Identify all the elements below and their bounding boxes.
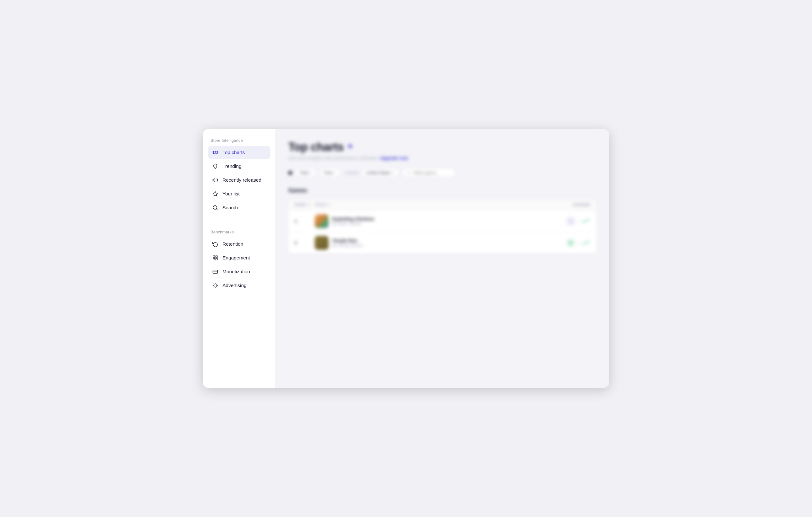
- sort-icon-title: ⇅: [327, 203, 330, 207]
- filter-country-value: United States: [366, 170, 390, 175]
- app-icon-1: [315, 214, 328, 228]
- genre-search-input[interactable]: [413, 170, 451, 175]
- monetization-icon: [212, 268, 219, 275]
- page-title-row: Top charts: [288, 141, 597, 154]
- sidebar-item-trending[interactable]: Trending: [208, 160, 270, 173]
- main-content: Top charts Get more insights with perfor…: [276, 129, 609, 388]
- search-icon: [212, 204, 219, 211]
- sidebar-item-advertising[interactable]: Advertising: [208, 279, 270, 292]
- app-developer-1: By Super Studios: [332, 222, 374, 226]
- recently-released-icon: [212, 177, 219, 183]
- svg-line-4: [216, 209, 217, 209]
- search-small-icon: [407, 171, 411, 175]
- table-row[interactable]: 1 Exploding Chickens By Super Studios → …: [288, 210, 597, 232]
- sidebar-item-label-trending: Trending: [223, 164, 241, 169]
- filter-paid-label: Paid: [300, 170, 308, 175]
- change-value-1: ↑: [578, 219, 580, 224]
- sidebar-item-your-list[interactable]: Your list: [208, 187, 270, 200]
- sidebar-item-recently-released[interactable]: Recently released: [208, 173, 270, 186]
- sidebar-item-label-engagement: Engagement: [223, 255, 250, 261]
- app-name-2: Temple Run: [332, 238, 363, 243]
- table-header: Rank ⇅ Title ⇅ Change: [288, 200, 597, 210]
- app-info-1: Exploding Chickens By Super Studios: [332, 217, 374, 226]
- table-row[interactable]: 2 Temple Run By Imangi Studios ● ↑: [288, 232, 597, 254]
- filter-country[interactable]: United States ▾: [361, 168, 399, 177]
- svg-point-19: [407, 171, 410, 174]
- col-change: Change: [549, 203, 590, 207]
- sidebar-item-label-advertising: Advertising: [223, 283, 246, 288]
- sidebar-item-label-monetization: Monetization: [223, 269, 250, 275]
- row-rank-2: 2: [295, 240, 315, 245]
- sort-icon-rank: ⇅: [308, 203, 311, 207]
- chevron-down-icon-2: ▾: [335, 171, 336, 174]
- chevron-down-icon: ▾: [310, 171, 312, 174]
- your-list-icon: [212, 191, 219, 197]
- app-developer-2: By Imangi Studios: [332, 243, 363, 248]
- sidebar-item-engagement[interactable]: Engagement: [208, 251, 270, 264]
- page-title: Top charts: [288, 141, 344, 154]
- sidebar-item-label-top-charts: Top charts: [223, 150, 245, 155]
- engagement-icon: [212, 254, 219, 261]
- change-badge-1: →: [566, 217, 575, 226]
- row-rank-1: 1: [295, 219, 315, 224]
- row-app-1: Exploding Chickens By Super Studios: [315, 214, 549, 228]
- app-icon-2: [315, 236, 328, 250]
- app-container: Store Intelligence 123 Top charts Trendi…: [203, 129, 609, 388]
- app-name-1: Exploding Chickens: [332, 217, 374, 222]
- svg-rect-6: [216, 256, 218, 257]
- filter-dot: [288, 171, 292, 175]
- sidebar-item-search[interactable]: Search: [208, 201, 270, 214]
- svg-rect-7: [216, 258, 218, 260]
- sidebar-nav-benchmarks: Retention Engagement: [208, 237, 270, 292]
- filter-free-label: Free: [324, 170, 332, 175]
- svg-line-18: [216, 284, 217, 285]
- top-charts-icon: 123: [212, 149, 219, 156]
- change-arrow-icon-1: →: [569, 219, 573, 224]
- sidebar-item-retention[interactable]: Retention: [208, 237, 270, 251]
- sidebar-item-monetization[interactable]: Monetization: [208, 265, 270, 278]
- sparkline-2: [582, 240, 590, 245]
- upgrade-link[interactable]: Upgrade now: [380, 155, 408, 161]
- svg-line-17: [214, 286, 214, 287]
- sidebar-section-label-benchmarks: Benchmarks+: [208, 230, 270, 234]
- sidebar-item-label-your-list: Your list: [223, 191, 240, 197]
- country-label: Country: [345, 171, 358, 175]
- svg-line-20: [409, 173, 410, 174]
- sidebar-item-label-search: Search: [223, 205, 238, 210]
- sidebar-nav-store: 123 Top charts Trending: [208, 146, 270, 214]
- sidebar-section-label-store: Store Intelligence: [208, 138, 270, 143]
- filter-genre-search[interactable]: [402, 168, 456, 177]
- row-app-2: Temple Run By Imangi Studios: [315, 236, 549, 250]
- sparkline-1: [582, 219, 590, 223]
- filters-row: Paid ▾ Free ▾ Country United States ▾: [288, 168, 597, 177]
- page-header: Top charts Get more insights with perfor…: [288, 141, 597, 161]
- sidebar-divider: [208, 224, 270, 225]
- change-arrow-icon-2: ●: [569, 240, 572, 246]
- svg-rect-5: [213, 256, 214, 257]
- filter-free[interactable]: Free ▾: [319, 168, 341, 177]
- filter-paid[interactable]: Paid ▾: [295, 168, 316, 177]
- retention-icon: [212, 240, 219, 248]
- row-change-2: ● ↑: [549, 238, 590, 247]
- svg-marker-0: [213, 178, 215, 182]
- title-icon: [347, 143, 354, 151]
- chevron-down-icon-3: ▾: [393, 171, 394, 174]
- svg-line-13: [214, 284, 214, 285]
- games-section-label: Games: [288, 187, 597, 194]
- page-subtitle: Get more insights with performance estim…: [288, 155, 597, 161]
- col-title: Title ⇅: [315, 203, 549, 207]
- charts-table: Rank ⇅ Title ⇅ Change 1 Exploding Chicke…: [288, 200, 597, 254]
- row-change-1: → ↑: [549, 217, 590, 226]
- sidebar: Store Intelligence 123 Top charts Trendi…: [203, 129, 276, 388]
- app-info-2: Temple Run By Imangi Studios: [332, 238, 363, 248]
- sidebar-item-top-charts[interactable]: 123 Top charts: [208, 146, 270, 159]
- svg-rect-8: [213, 258, 214, 260]
- sidebar-item-label-recently-released: Recently released: [223, 177, 261, 183]
- svg-marker-2: [213, 192, 218, 196]
- col-rank: Rank ⇅: [295, 203, 315, 207]
- svg-rect-9: [213, 270, 218, 274]
- change-badge-2: ●: [566, 238, 575, 247]
- change-value-2: ↑: [578, 240, 580, 245]
- sidebar-item-label-retention: Retention: [223, 241, 243, 247]
- advertising-icon: [212, 282, 219, 289]
